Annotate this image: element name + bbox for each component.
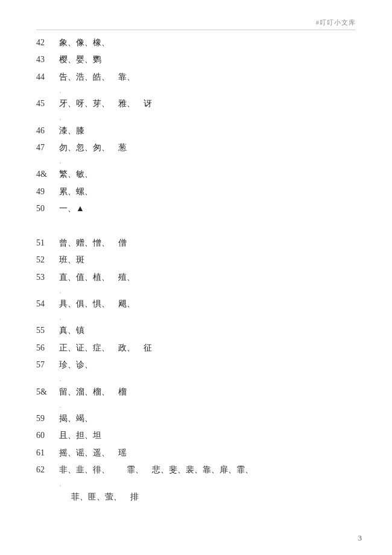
row-number: 60 [36,429,59,442]
row-text: 珍、诊、 [59,358,356,372]
list-item: 56正、证、症、 政、 征 [36,341,356,355]
row-text: 樱、婴、鹦 [59,53,356,66]
list-item: 49累、螺、 [36,185,356,198]
list-item: 60且、担、坦 [36,429,356,442]
row-number: 45 [36,97,59,110]
row-number: 52 [36,253,59,267]
row-text: 繁、敏、 [59,168,356,181]
row-text: 告、浩、皓、 靠、 [59,71,356,84]
row-number: 53 [36,271,59,284]
row-number: 59 [36,412,59,425]
list-item: 43樱、婴、鹦 [36,53,356,66]
row-number: 44 [36,71,59,84]
row-text: 牙、呀、芽、 雅、 讶 [59,97,356,110]
row-number: 56 [36,341,59,355]
row-mark: 、 [36,87,356,96]
page: #叮叮小文库 42象、像、橡、43樱、婴、鹦44告、浩、皓、 靠、、45牙、呀、… [0,0,392,555]
list-item: 44告、浩、皓、 靠、 [36,71,356,84]
row-number: 61 [36,446,59,460]
row-number: 43 [36,53,59,66]
row-mark: 、 [36,402,356,411]
content-area: 42象、像、橡、43樱、婴、鹦44告、浩、皓、 靠、、45牙、呀、芽、 雅、 讶… [36,36,356,504]
row-number: 4& [36,168,59,181]
list-item: 53直、值、植、 殖、 [36,271,356,284]
row-mark: 、 [36,314,356,323]
list-item: 62非、韭、徘、 霏、 悲、斐、裴、靠、扉、霏、 [36,463,356,477]
list-item: 55真、镇 [36,324,356,337]
brand-text: #叮叮小文库 [316,18,356,27]
row-text: 具、俱、惧、 飓、 [59,297,356,311]
row-text: 直、值、植、 殖、 [59,271,356,284]
row-text [59,220,356,233]
list-item: 61摇、谣、遥、 瑶 [36,446,356,460]
row-number: 50 [36,202,59,215]
row-text: 漆、膝 [59,124,356,138]
list-item: 51曾、赠、憎、 僧 [36,236,356,250]
row-text: 摇、谣、遥、 瑶 [59,446,356,460]
row-text: 正、证、症、 政、 征 [59,341,356,355]
row-number: 5& [36,385,59,399]
row-continuation-text: 菲、匪、萤、 排 [59,490,139,504]
row-mark: 、 [36,158,356,166]
row-number: 62 [36,463,59,477]
row-text: 班、斑 [59,253,356,267]
row-mark: 、 [36,481,356,489]
page-number: 3 [358,533,362,543]
row-text: 勿、忽、匆、 葱 [59,141,356,154]
list-item: 47勿、忽、匆、 葱 [36,141,356,154]
row-number: 49 [36,185,59,198]
list-item: 42象、像、橡、 [36,36,356,49]
row-number: 42 [36,36,59,49]
list-item: 57珍、诊、 [36,358,356,372]
row-text: 留、溜、榴、 榴 [59,385,356,399]
row-text: 非、韭、徘、 霏、 悲、斐、裴、靠、扉、霏、 [59,463,356,477]
row-text: 一、▲ [59,202,356,215]
list-item: 52班、斑 [36,253,356,267]
row-text: 揭、竭、 [59,412,356,425]
list-item: 菲、匪、萤、 排 [36,490,356,504]
row-number: 55 [36,324,59,337]
list-item: 46漆、膝 [36,124,356,138]
row-number: 57 [36,358,59,372]
list-item: 50一、▲ [36,202,356,215]
list-item: 45牙、呀、芽、 雅、 讶 [36,97,356,110]
row-text: 真、镇 [59,324,356,337]
list-item [36,220,356,233]
row-mark: 、 [36,115,356,123]
list-item: 5&留、溜、榴、 榴 [36,385,356,399]
list-item: 4&繁、敏、 [36,168,356,181]
row-text: 累、螺、 [59,185,356,198]
row-number: 51 [36,236,59,250]
top-bar: #叮叮小文库 [36,18,356,30]
row-number: 54 [36,297,59,311]
row-text: 象、像、橡、 [59,36,356,49]
row-mark: 、 [36,288,356,296]
row-number: 47 [36,141,59,154]
row-number: 46 [36,124,59,138]
row-mark: 、 [36,376,356,384]
list-item: 54具、俱、惧、 飓、 [36,297,356,311]
list-item: 59揭、竭、 [36,412,356,425]
row-text: 且、担、坦 [59,429,356,442]
row-text: 曾、赠、憎、 僧 [59,236,356,250]
